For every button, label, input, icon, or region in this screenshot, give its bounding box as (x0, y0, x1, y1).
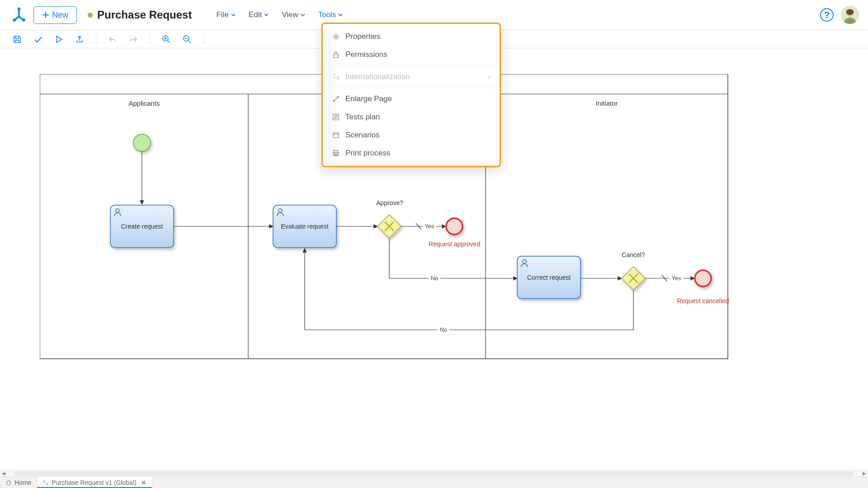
title-block: Purchase Request (88, 9, 192, 21)
chevron-down-icon (300, 12, 306, 18)
end-event-approved[interactable] (446, 218, 462, 235)
dd-print-label: Print process (345, 149, 390, 158)
menu-file-label: File (216, 10, 228, 19)
chevron-down-icon (338, 12, 343, 18)
menu-edit-label: Edit (249, 10, 262, 19)
dropdown-separator (323, 88, 500, 88)
save-icon[interactable] (13, 35, 22, 44)
export-icon[interactable] (75, 35, 84, 44)
task-create-request[interactable]: Create request (110, 205, 174, 248)
header-right: ? (820, 6, 859, 24)
gear-icon (332, 33, 340, 41)
lane-applicants-label: Applicants (128, 99, 160, 107)
dd-permissions[interactable]: Permissions (323, 46, 500, 64)
menu-file[interactable]: File (215, 8, 236, 22)
chevron-down-icon (231, 12, 236, 18)
zoom-out-icon[interactable] (183, 35, 192, 44)
dd-tests-plan[interactable]: Tests plan (323, 108, 500, 126)
menu-tools[interactable]: Tools (317, 8, 344, 22)
list-icon (332, 113, 340, 121)
svg-point-30 (695, 270, 711, 286)
user-avatar[interactable] (841, 6, 859, 24)
tab-process-label: Purchase Request v1 (Global) (52, 479, 137, 486)
chevron-down-icon (264, 12, 269, 18)
chevron-right-icon: › (488, 72, 491, 81)
end-event-cancelled[interactable] (695, 270, 711, 286)
menubar: File Edit View Tools (215, 8, 344, 22)
svg-rect-33 (334, 54, 339, 57)
new-button[interactable]: New (33, 6, 77, 24)
plus-icon (42, 11, 49, 19)
dd-permissions-label: Permissions (345, 50, 387, 59)
new-button-label: New (52, 10, 68, 20)
svg-point-40 (47, 483, 48, 485)
undo-icon[interactable] (108, 35, 117, 44)
edge-approve-yes-label: Yes (425, 223, 434, 230)
tab-home[interactable]: Home (0, 477, 37, 488)
svg-point-17 (133, 134, 151, 151)
edge-cancel-yes-label: Yes (671, 275, 681, 282)
svg-point-24 (446, 218, 462, 235)
toolbar-separator (203, 34, 204, 44)
scroll-right-icon[interactable]: ▶ (861, 471, 868, 476)
gateway-cancel-label: Cancel? (622, 251, 645, 258)
scenarios-icon (332, 131, 340, 139)
start-event[interactable] (133, 134, 151, 151)
task-correct-request[interactable]: Correct request (517, 256, 580, 299)
lane-initiator-label: Initiator (595, 99, 618, 107)
dd-enlarge-page[interactable]: Enlarge Page (323, 90, 500, 108)
svg-point-1 (13, 19, 16, 22)
task-evaluate-request-label: Evaluate request (281, 223, 328, 230)
zoom-in-icon[interactable] (162, 35, 171, 44)
process-icon (42, 479, 49, 486)
help-button[interactable]: ? (820, 8, 834, 22)
expand-icon (332, 95, 340, 103)
menu-view[interactable]: View (281, 8, 307, 22)
toolbar-separator (96, 34, 96, 44)
task-correct-request-label: Correct request (527, 274, 571, 281)
dd-scenarios[interactable]: Scenarios (323, 126, 500, 144)
toolbar-separator (150, 34, 150, 44)
svg-point-2 (22, 19, 25, 22)
svg-rect-37 (333, 152, 339, 155)
dd-print-process[interactable]: Print process (323, 144, 500, 162)
edge-approve-no-label: No (431, 275, 439, 282)
print-icon (332, 149, 340, 157)
svg-point-32 (335, 35, 337, 38)
scroll-left-icon[interactable]: ◀ (0, 471, 7, 476)
dd-internationalization: Internationalization › (323, 68, 500, 86)
home-icon (5, 479, 12, 486)
scroll-track[interactable] (14, 471, 854, 476)
run-icon[interactable] (54, 35, 63, 44)
page-title: Purchase Request (97, 9, 192, 21)
menu-tools-label: Tools (318, 10, 336, 19)
tab-process[interactable]: Purchase Request v1 (Global) ✕ (37, 477, 152, 488)
dropdown-separator (323, 66, 500, 66)
dd-scenarios-label: Scenarios (345, 131, 380, 140)
validate-icon[interactable] (33, 35, 42, 44)
tools-dropdown: Properties Permissions Internationalizat… (321, 23, 501, 167)
svg-point-39 (43, 480, 45, 482)
end-cancelled-label: Request cancelled (677, 297, 729, 305)
app-logo (10, 6, 28, 24)
gateway-approve-label: Approve? (376, 199, 403, 206)
dd-tests-label: Tests plan (345, 113, 380, 122)
redo-icon[interactable] (129, 35, 138, 44)
dd-i18n-label: Internationalization (345, 72, 410, 81)
menu-view-label: View (282, 10, 298, 19)
horizontal-scrollbar[interactable]: ◀ ▶ (0, 470, 868, 476)
lock-icon (332, 51, 340, 59)
dd-enlarge-label: Enlarge Page (345, 94, 392, 103)
edge-cancel-no-label: No (440, 326, 448, 333)
tab-home-label: Home (14, 479, 31, 486)
dd-properties-label: Properties (345, 32, 380, 41)
status-dot-icon (88, 13, 93, 18)
menu-edit[interactable]: Edit (248, 8, 270, 22)
end-approved-label: Request approved (429, 240, 480, 248)
svg-point-0 (18, 7, 21, 10)
task-evaluate-request[interactable]: Evaluate request (273, 205, 336, 248)
tab-close-icon[interactable]: ✕ (141, 479, 146, 486)
task-create-request-label: Create request (121, 223, 163, 230)
dd-properties[interactable]: Properties (323, 28, 500, 46)
svg-rect-35 (333, 133, 339, 138)
